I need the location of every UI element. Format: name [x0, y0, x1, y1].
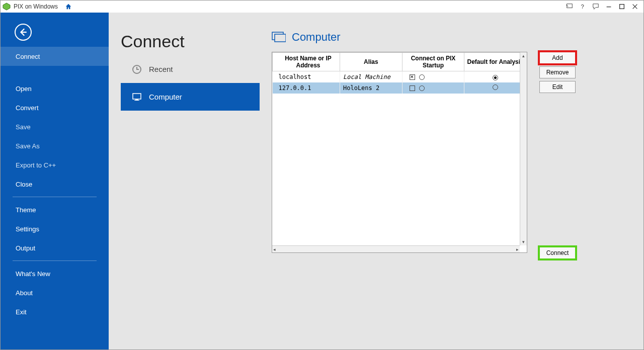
cell-alias: Local Machine: [343, 73, 390, 80]
cell-host: 127.0.0.1: [279, 84, 311, 92]
sidebar-item-label: What's New: [16, 270, 50, 278]
middle-nav: Connect Recent Computer: [109, 13, 260, 349]
sidebar-item-label: Save As: [16, 142, 40, 150]
sidebar-item-label: Close: [16, 181, 32, 188]
scroll-right-icon[interactable]: ▸: [516, 247, 519, 252]
cell-host: localhost: [279, 73, 311, 80]
connect-checkbox[interactable]: [410, 85, 415, 91]
scroll-left-icon[interactable]: ◂: [273, 247, 276, 252]
sidebar-item-label: Open: [16, 85, 32, 93]
table-row[interactable]: localhost Local Machine ✕: [273, 71, 527, 83]
home-icon[interactable]: [62, 1, 75, 12]
back-button[interactable]: [15, 24, 32, 41]
nav-item-label: Recent: [149, 65, 173, 73]
col-header-alias[interactable]: Alias: [340, 53, 403, 71]
titlebar-icon-1[interactable]: [563, 1, 576, 12]
feedback-icon[interactable]: [589, 1, 602, 12]
col-header-connect[interactable]: Connect on PIX Startup: [402, 53, 464, 71]
computer-icon: [132, 92, 142, 102]
main-panel: Computer Host Name or IP Address Alias C…: [260, 13, 643, 349]
table-row[interactable]: 127.0.0.1 HoloLens 2: [273, 82, 527, 94]
default-radio[interactable]: [493, 75, 498, 80]
sidebar-item-label: Settings: [16, 225, 39, 233]
horizontal-scrollbar[interactable]: ◂ ▸: [272, 245, 520, 252]
nav-item-label: Computer: [149, 93, 182, 101]
sidebar-item-exit[interactable]: Exit: [1, 302, 109, 321]
sidebar-item-connect[interactable]: Connect: [1, 47, 109, 66]
sidebar-item-output[interactable]: Output: [1, 238, 109, 257]
app-window: PIX on Windows ? Connect Open Convert Sa…: [0, 0, 644, 350]
page-title: Connect: [121, 32, 260, 51]
connect-radio[interactable]: [419, 74, 425, 80]
sidebar-divider: [13, 197, 97, 197]
sidebar-item-export-cpp[interactable]: Export to C++: [1, 155, 109, 174]
computer-header-icon: [272, 31, 286, 43]
svg-rect-7: [135, 99, 138, 100]
sidebar-divider: [13, 260, 97, 261]
svg-rect-10: [275, 34, 286, 42]
col-header-host[interactable]: Host Name or IP Address: [273, 53, 340, 71]
sidebar-item-open[interactable]: Open: [1, 79, 109, 98]
help-icon[interactable]: ?: [576, 1, 589, 12]
app-title: PIX on Windows: [14, 3, 58, 10]
svg-rect-8: [134, 100, 139, 101]
nav-item-computer[interactable]: Computer: [121, 83, 264, 111]
scroll-up-icon[interactable]: ▴: [520, 52, 527, 59]
button-column: Add Remove Edit Connect: [539, 52, 576, 259]
sidebar-item-label: Convert: [16, 104, 39, 112]
computer-table: Host Name or IP Address Alias Connect on…: [272, 52, 527, 253]
main-header-title: Computer: [292, 31, 341, 44]
svg-rect-4: [620, 5, 624, 9]
svg-rect-3: [607, 7, 611, 7]
sidebar-item-save-as[interactable]: Save As: [1, 136, 109, 155]
connect-checkbox[interactable]: ✕: [410, 74, 415, 80]
col-header-default[interactable]: Default for Analysis: [464, 53, 527, 71]
sidebar-item-label: About: [16, 289, 33, 297]
sidebar-item-save[interactable]: Save: [1, 117, 109, 136]
connect-radio[interactable]: [419, 85, 425, 91]
add-button[interactable]: Add: [539, 52, 576, 64]
cell-alias: HoloLens 2: [343, 84, 379, 92]
sidebar-item-settings[interactable]: Settings: [1, 219, 109, 238]
edit-button[interactable]: Edit: [539, 81, 576, 93]
svg-marker-0: [3, 3, 10, 10]
svg-rect-6: [133, 94, 141, 99]
sidebar-item-convert[interactable]: Convert: [1, 98, 109, 117]
vertical-scrollbar[interactable]: ▴ ▾: [520, 52, 527, 245]
app-icon: [3, 3, 11, 11]
minimize-icon[interactable]: [602, 1, 615, 12]
default-radio[interactable]: [493, 84, 498, 90]
sidebar-item-theme[interactable]: Theme: [1, 200, 109, 219]
nav-item-recent[interactable]: Recent: [121, 55, 264, 83]
sidebar: Connect Open Convert Save Save As Export…: [1, 13, 109, 349]
remove-button[interactable]: Remove: [539, 66, 576, 78]
sidebar-item-about[interactable]: About: [1, 283, 109, 302]
titlebar: PIX on Windows ?: [1, 1, 643, 13]
sidebar-item-whats-new[interactable]: What's New: [1, 264, 109, 283]
svg-text:?: ?: [581, 4, 584, 10]
sidebar-item-label: Connect: [16, 53, 40, 60]
recent-icon: [132, 64, 142, 74]
connect-button[interactable]: Connect: [539, 247, 576, 259]
sidebar-item-label: Export to C++: [16, 161, 56, 169]
close-icon[interactable]: [628, 1, 641, 12]
main-header: Computer: [272, 29, 637, 46]
sidebar-item-label: Save: [16, 123, 31, 131]
sidebar-item-label: Exit: [16, 308, 27, 316]
scroll-down-icon[interactable]: ▾: [520, 238, 527, 245]
sidebar-item-close[interactable]: Close: [1, 174, 109, 194]
sidebar-item-label: Theme: [16, 206, 36, 214]
sidebar-item-label: Output: [16, 244, 35, 252]
maximize-icon[interactable]: [615, 1, 628, 12]
